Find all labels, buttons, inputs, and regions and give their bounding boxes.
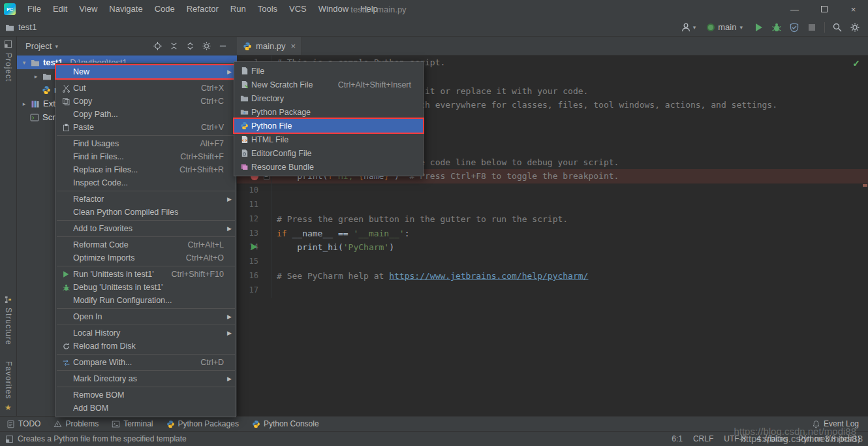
menu-item-debug-unittests[interactable]: Debug 'Unittests in test1' [56, 281, 236, 294]
panel-settings-gear-button[interactable] [202, 41, 211, 51]
folder-icon [31, 58, 40, 67]
menu-item-mark-directory-as[interactable]: Mark Directory as▶ [56, 372, 236, 385]
menu-item-add-bom[interactable]: Add BOM [56, 402, 236, 415]
menu-item-local-history[interactable]: Local History▶ [56, 327, 236, 340]
tool-tab-terminal[interactable]: Terminal [105, 417, 159, 432]
menu-item-refactor[interactable]: Refactor▶ [56, 193, 236, 206]
settings-gear-button[interactable] [850, 22, 860, 33]
breadcrumb-label: test1 [18, 22, 37, 32]
menu-view[interactable]: View [73, 0, 103, 18]
user-account-button[interactable]: ▾ [681, 22, 696, 33]
tree-collapse-icon[interactable]: ▾ [21, 59, 27, 66]
menu-item-find-usages[interactable]: Find UsagesAlt+F7 [56, 137, 236, 150]
menu-item-paste[interactable]: PasteCtrl+V [56, 121, 236, 134]
menu-separator [57, 236, 235, 237]
caret-position-widget[interactable]: 6:1 [672, 434, 683, 443]
close-button[interactable]: × [839, 0, 868, 18]
search-everywhere-button[interactable] [832, 22, 843, 33]
close-tab-icon[interactable]: × [290, 41, 296, 51]
tool-tab-python-packages[interactable]: Python Packages [160, 417, 245, 432]
minimize-button[interactable]: — [780, 0, 809, 18]
tool-tab-structure[interactable]: Structure [4, 295, 13, 345]
submenu-item-python-file[interactable]: Python File [234, 119, 423, 133]
menu-item-find-in-files[interactable]: Find in Files...Ctrl+Shift+F [56, 150, 236, 163]
submenu-item-html-file[interactable]: HTML File [234, 133, 423, 146]
submenu-arrow-icon: ▶ [227, 196, 232, 202]
menu-run[interactable]: Run [225, 0, 252, 18]
branch-icon [707, 24, 715, 31]
menu-code[interactable]: Code [149, 0, 181, 18]
tool-tab-project[interactable]: Project [4, 53, 13, 82]
menu-edit[interactable]: Edit [47, 0, 73, 18]
chevron-down-icon: ▾ [739, 24, 743, 31]
tool-window-switcher-icon[interactable] [5, 435, 14, 443]
menu-separator [57, 135, 235, 136]
interpreter-widget[interactable]: Python 3.8 (test1) [798, 434, 860, 443]
tree-expand-icon[interactable]: ▸ [33, 73, 39, 80]
window-controls: — × [780, 0, 868, 18]
tool-tab-favorites[interactable]: Favorites ★ [4, 361, 13, 412]
expand-all-button[interactable] [185, 41, 195, 51]
submenu-arrow-icon: ▶ [227, 69, 232, 75]
tab-main-py[interactable]: main.py × [237, 37, 302, 55]
menu-navigate[interactable]: Navigate [103, 0, 148, 18]
menu-item-copy[interactable]: CopyCtrl+C [56, 95, 236, 108]
menu-tools[interactable]: Tools [252, 0, 283, 18]
menu-item-copy-path[interactable]: Copy Path... [56, 108, 236, 121]
scratch-file-icon [240, 80, 249, 89]
submenu-item-file[interactable]: File [234, 64, 423, 78]
menu-item-optimize-imports[interactable]: Optimize ImportsCtrl+Alt+O [56, 251, 236, 264]
menu-file[interactable]: File [22, 0, 47, 18]
breadcrumb[interactable]: test1 [0, 22, 37, 32]
tool-tab-todo[interactable]: TODO [0, 417, 47, 432]
line-separator-widget[interactable]: CRLF [693, 434, 713, 443]
locate-file-button[interactable] [153, 41, 163, 51]
menu-item-inspect-code[interactable]: Inspect Code... [56, 176, 236, 189]
status-widgets: 6:1 CRLF UTF-8 4 spaces Python 3.8 (test… [672, 434, 863, 443]
menu-refactor[interactable]: Refactor [181, 0, 225, 18]
submenu-item-resource-bundle[interactable]: Resource Bundle [234, 160, 423, 174]
submenu-item-new-scratch-file[interactable]: New Scratch FileCtrl+Alt+Shift+Insert [234, 78, 423, 91]
code-line: 17 [237, 283, 868, 298]
menu-item-remove-bom[interactable]: Remove BOM [56, 389, 236, 402]
submenu-item-directory[interactable]: Directory [234, 91, 423, 105]
stop-button[interactable] [807, 22, 817, 33]
encoding-widget[interactable]: UTF-8 [724, 434, 746, 443]
menu-item-new[interactable]: New▶ [56, 65, 236, 78]
run-configuration-selector[interactable]: main ▾ [703, 21, 747, 33]
menu-item-modify-run-config[interactable]: Modify Run Configuration... [56, 294, 236, 307]
tool-tab-python-console[interactable]: Python Console [245, 417, 326, 432]
project-view-selector[interactable]: Project [25, 41, 52, 51]
submenu-item-python-package[interactable]: Python Package [234, 105, 423, 119]
inspection-status-icon[interactable]: ✓ [852, 58, 860, 69]
tool-tab-problems[interactable]: Problems [47, 417, 105, 432]
menu-item-open-in[interactable]: Open In▶ [56, 310, 236, 323]
menu-item-compare-with[interactable]: Compare With...Ctrl+D [56, 356, 236, 369]
submenu-arrow-icon: ▶ [227, 375, 232, 382]
run-gutter-icon[interactable] [251, 244, 257, 250]
tree-expand-icon[interactable]: ▸ [21, 101, 27, 107]
status-message: Creates a Python file from the specified… [18, 434, 187, 443]
hide-panel-button[interactable] [218, 41, 228, 51]
maximize-button[interactable] [809, 0, 839, 18]
menu-item-reformat-code[interactable]: Reformat CodeCtrl+Alt+L [56, 238, 236, 251]
tool-window-bar: TODO Problems Terminal Python Packages P… [0, 416, 868, 431]
collapse-all-button[interactable] [169, 41, 179, 51]
structure-icon [4, 295, 12, 304]
coverage-button[interactable] [789, 22, 799, 33]
menu-item-clean-compiled[interactable]: Clean Python Compiled Files [56, 206, 236, 219]
menu-item-add-to-favorites[interactable]: Add to Favorites▶ [56, 222, 236, 235]
run-button[interactable] [754, 22, 764, 33]
file-icon [240, 67, 249, 75]
menu-item-replace-in-files[interactable]: Replace in Files...Ctrl+Shift+R [56, 163, 236, 176]
menu-item-reload-from-disk[interactable]: Reload from Disk [56, 340, 236, 353]
error-stripe-mark[interactable] [863, 184, 867, 187]
problems-icon [54, 420, 62, 428]
code-line: 12# Press the green button in the gutter… [237, 212, 868, 227]
debug-button[interactable] [771, 22, 782, 33]
indent-widget[interactable]: 4 spaces [756, 434, 788, 443]
submenu-item-editorconfig-file[interactable]: EditorConfig File [234, 146, 423, 160]
tool-tab-event-log[interactable]: Event Log [803, 419, 868, 428]
menu-item-run-unittests[interactable]: Run 'Unittests in test1'Ctrl+Shift+F10 [56, 268, 236, 281]
menu-item-cut[interactable]: CutCtrl+X [56, 82, 236, 95]
